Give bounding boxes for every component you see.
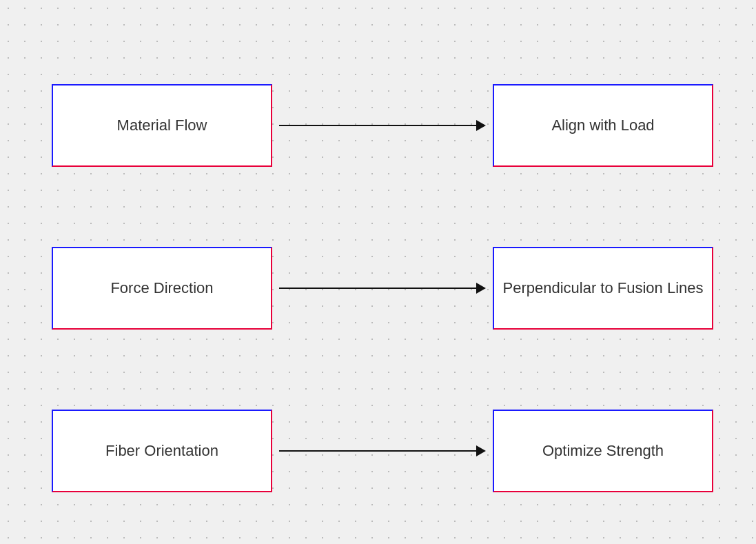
box-align-with-load: Align with Load [493,84,713,167]
box-perpendicular-fusion: Perpendicular to Fusion Lines [493,247,713,330]
arrow-head-1 [476,120,486,131]
arrow-head-3 [476,445,486,456]
arrow-line-3 [279,450,480,452]
box-fiber-orientation: Fiber Orientation [52,410,272,492]
arrow-2 [272,274,493,302]
box-optimize-strength: Optimize Strength [493,410,713,492]
label-material-flow: Material Flow [110,117,214,134]
box-material-flow: Material Flow [52,84,272,167]
label-optimize-strength: Optimize Strength [535,442,671,460]
row-force-direction: Force Direction Perpendicular to Fusion … [52,247,713,330]
arrow-head-2 [476,283,486,294]
arrow-3 [272,437,493,465]
arrow-line-1 [279,125,480,126]
label-force-direction: Force Direction [103,279,220,297]
label-perpendicular-fusion: Perpendicular to Fusion Lines [496,279,710,297]
box-force-direction: Force Direction [52,247,272,330]
arrow-1 [272,112,493,139]
label-fiber-orientation: Fiber Orientation [99,442,225,460]
arrow-line-2 [279,288,480,289]
row-fiber-orientation: Fiber Orientation Optimize Strength [52,410,713,492]
diagram-container: Material Flow Align with Load Force Dire… [0,0,756,544]
label-align-with-load: Align with Load [544,117,661,134]
row-material-flow: Material Flow Align with Load [52,84,713,167]
